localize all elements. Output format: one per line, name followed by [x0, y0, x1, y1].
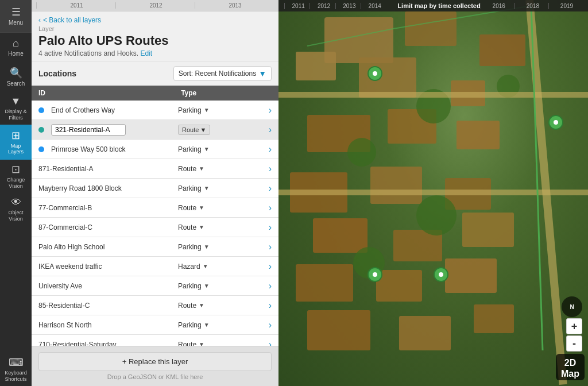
building [313, 218, 368, 253]
timeline-year-2016: 2016 [481, 3, 514, 9]
compass: N [562, 296, 582, 317]
row-type-cell: Parking ▼ [178, 321, 260, 329]
row-dot [38, 127, 44, 133]
map-2d-button[interactable]: 2D Map [556, 354, 585, 380]
home-button[interactable]: ⌂ Home [0, 33, 32, 62]
table-row[interactable]: IKEA weekend traffic Hazard ▼ › [32, 257, 278, 276]
filter-icon: ▼ [11, 95, 21, 107]
table-row[interactable]: Harrison St North Parking ▼ › [32, 315, 278, 335]
sort-dropdown[interactable]: Sort: Recent Notifications ▼ [173, 66, 272, 81]
row-chevron-icon[interactable]: › [260, 125, 272, 135]
map-pin[interactable] [368, 267, 382, 282]
table-row[interactable]: 710-Residential-Saturday Route ▼ › [32, 335, 278, 346]
row-chevron-icon[interactable]: › [260, 339, 272, 346]
row-type-cell: Parking ▼ [178, 106, 260, 114]
table-row[interactable]: 87-Commercial-C Route ▼ › [32, 218, 278, 237]
type-dropdown-arrow-icon[interactable]: ▼ [204, 185, 210, 191]
table-row[interactable]: Primrose Way 500 block Parking ▼ › [32, 140, 278, 159]
row-chevron-icon[interactable]: › [260, 203, 272, 213]
row-chevron-icon[interactable]: › [260, 320, 272, 330]
road [278, 190, 588, 195]
row-id-cell: Primrose Way 500 block [38, 145, 178, 153]
tree-patch [347, 138, 376, 167]
map-area: 2011 2012 2013 2014 Limit map by time co… [278, 0, 588, 386]
type-dropdown-arrow-icon[interactable]: ▼ [203, 263, 208, 269]
object-vision-button[interactable]: 👁 Object Vision [0, 193, 32, 226]
row-id-cell: Palo Alto High School [38, 243, 178, 251]
type-dropdown-arrow-icon[interactable]: ▼ [204, 107, 210, 113]
zoom-out-button[interactable]: - [566, 335, 582, 352]
type-dropdown-arrow-icon[interactable]: ▼ [204, 283, 210, 289]
type-dropdown-arrow-icon[interactable]: ▼ [204, 244, 210, 250]
table-row[interactable]: Mayberry Road 1800 Block Parking ▼ › [32, 179, 278, 198]
type-dropdown-arrow-icon[interactable]: ▼ [199, 165, 204, 172]
table-row[interactable]: 77-Commercial-B Route ▼ › [32, 198, 278, 218]
type-dropdown-arrow-icon[interactable]: ▼ [199, 204, 204, 211]
inline-dropdown-arrow-icon: ▼ [200, 126, 206, 133]
timeline-year-2013: 2013 [335, 3, 361, 9]
map-pin[interactable] [368, 66, 382, 81]
locations-title: Locations [38, 69, 76, 78]
locations-header: Locations Sort: Recent Notifications ▼ [32, 61, 278, 86]
building [296, 52, 336, 80]
edit-link[interactable]: Edit [140, 49, 152, 57]
compass-n-label: N [570, 304, 574, 310]
locations-table: ID Type End of Crothers Way Parking ▼ › [32, 86, 278, 346]
building [399, 316, 451, 350]
row-type-cell: Parking ▼ [178, 282, 260, 290]
map-timeline: 2011 2012 2013 2014 Limit map by time co… [278, 0, 588, 11]
road [278, 92, 588, 98]
row-id-cell: 85-Residential-C [38, 302, 178, 310]
row-type-cell: Route ▼ [178, 341, 260, 346]
row-chevron-icon[interactable]: › [260, 281, 272, 291]
back-arrow-icon: ‹ [38, 16, 41, 24]
row-chevron-icon[interactable]: › [260, 242, 272, 252]
display-filters-button[interactable]: ▼ Display & Filters [0, 92, 32, 125]
row-chevron-icon[interactable]: › [260, 105, 272, 115]
zoom-in-button[interactable]: + [566, 318, 582, 334]
row-type-cell: Parking ▼ [178, 145, 260, 153]
type-dropdown-inline[interactable]: Route ▼ [178, 125, 210, 135]
type-dropdown-arrow-icon[interactable]: ▼ [199, 302, 204, 308]
building [376, 270, 422, 302]
map-layers-button[interactable]: ⊞ Map Layers [0, 125, 32, 160]
row-id-cell: 871-Residential-A [38, 165, 178, 173]
building [479, 34, 525, 66]
table-row[interactable]: University Ave Parking ▼ › [32, 276, 278, 296]
search-button[interactable]: 🔍 Search [0, 62, 32, 92]
home-icon: ⌂ [13, 37, 19, 49]
row-chevron-icon[interactable]: › [260, 261, 272, 272]
panel-header: ‹ < Back to all layers Layer Palo Alto U… [32, 11, 278, 61]
row-chevron-icon[interactable]: › [260, 164, 272, 174]
row-type-cell: Route ▼ [178, 302, 260, 310]
table-row[interactable]: Route ▼ › [32, 120, 278, 140]
panel-subtitle: 4 active Notifications and Hooks. Edit [38, 49, 272, 57]
replace-layer-button[interactable]: + Replace this layer [38, 352, 272, 371]
type-dropdown-arrow-icon[interactable]: ▼ [199, 224, 204, 230]
map-pin[interactable] [548, 115, 563, 130]
building [405, 11, 457, 46]
table-row[interactable]: 871-Residential-A Route ▼ › [32, 159, 278, 179]
table-header: ID Type [32, 86, 278, 101]
menu-button[interactable]: ☰ Menu [0, 0, 32, 33]
row-chevron-icon[interactable]: › [260, 222, 272, 233]
building [445, 258, 497, 293]
table-row[interactable]: Palo Alto High School Parking ▼ › [32, 237, 278, 257]
row-id-input[interactable] [51, 124, 126, 136]
row-chevron-icon[interactable]: › [260, 183, 272, 194]
table-row[interactable]: 85-Residential-C Route ▼ › [32, 296, 278, 315]
table-row[interactable]: End of Crothers Way Parking ▼ › [32, 101, 278, 120]
row-id-cell: IKEA weekend traffic [38, 263, 178, 271]
tree-patch [416, 195, 457, 236]
keyboard-shortcuts-button[interactable]: ⌨ Keyboard Shortcuts [0, 353, 32, 386]
row-chevron-icon[interactable]: › [260, 144, 272, 155]
type-dropdown-arrow-icon[interactable]: ▼ [199, 341, 204, 346]
timeline-years-right: 2016 2018 2019 [481, 3, 582, 9]
change-vision-button[interactable]: ⊡ Change Vision [0, 160, 32, 193]
map-pin[interactable] [434, 267, 448, 282]
type-dropdown-arrow-icon[interactable]: ▼ [204, 322, 210, 328]
row-chevron-icon[interactable]: › [260, 300, 272, 311]
type-dropdown-arrow-icon[interactable]: ▼ [204, 146, 210, 152]
timeline-year-2019: 2019 [548, 3, 582, 9]
back-to-all-layers-link[interactable]: ‹ < Back to all layers [38, 16, 272, 24]
